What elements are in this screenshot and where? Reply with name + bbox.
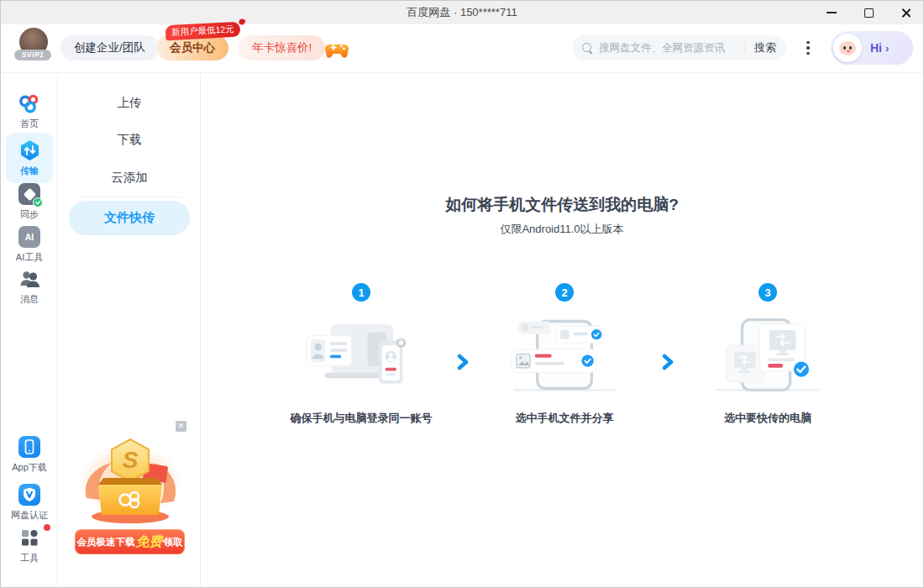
close-button[interactable] (896, 3, 915, 22)
sidebar-label: 工具 (20, 552, 39, 564)
search-icon (582, 43, 593, 54)
minimize-button[interactable] (822, 3, 841, 22)
messages-icon (18, 268, 40, 290)
left-sidebar: 首页 传输 同步 (1, 74, 58, 587)
step-1: 1 (265, 283, 458, 426)
main-content: 如何将手机文件传送到我的电脑? 仅限Android11.0以上版本 1 (201, 74, 923, 587)
transfer-nav: 上传 下载 云添加 文件快传 ✕ S (58, 74, 201, 587)
step-number-badge: 2 (555, 283, 574, 302)
select-computer-illustration (701, 313, 835, 397)
step-3: 3 选中要快传的电脑 (671, 283, 864, 426)
nav-divider (76, 197, 181, 197)
sync-icon (18, 183, 40, 205)
transfer-icon (18, 139, 40, 161)
gift-box-illustration: S (75, 429, 186, 528)
nav-item-upload[interactable]: 上传 (58, 95, 201, 111)
promo-claim-button[interactable]: 会员极速下载免费领取 (75, 529, 185, 554)
maximize-icon (864, 8, 874, 18)
sidebar-label: 网盘认证 (11, 509, 48, 522)
promo-text-before: 会员极速下载 (77, 536, 135, 549)
svip-badge: SVIP1 (14, 50, 51, 60)
search-divider (745, 42, 746, 54)
sidebar-item-messages[interactable]: 消息 (1, 268, 58, 306)
tools-grid-icon (18, 527, 40, 549)
search-box[interactable]: 搜索 (572, 35, 786, 60)
nav-item-quick-transfer[interactable]: 文件快传 (69, 201, 190, 235)
step-number-badge: 3 (759, 283, 777, 302)
step-2: 2 选中手机文件并分享 (468, 283, 661, 426)
chevron-right-icon: › (885, 42, 889, 55)
new-user-price-badge: 新用户最低12元 (165, 22, 241, 41)
promo-close-button[interactable]: ✕ (176, 421, 186, 432)
laptop-phone-illustration (294, 313, 428, 397)
sidebar-item-home[interactable]: 首页 (1, 92, 58, 130)
sidebar-item-sync[interactable]: 同步 (1, 183, 58, 221)
sidebar-label: App下载 (12, 461, 47, 474)
sidebar-item-ai-tools[interactable]: AI AI工具 (1, 226, 58, 264)
maximize-button[interactable] (859, 3, 878, 22)
window-title: 百度网盘 · 150*****711 (1, 1, 923, 24)
arrow-right-icon (455, 354, 470, 370)
assistant-label: Hi (870, 41, 882, 55)
toolbar: SVIP1 创建企业/团队 新用户最低12元 会员中心 年卡惊喜价! 搜索 (1, 24, 923, 73)
page-title: 如何将手机文件传送到我的电脑? (201, 194, 923, 216)
more-menu-button[interactable] (798, 35, 818, 60)
close-icon (900, 8, 911, 18)
assistant-mascot-icon (833, 34, 862, 62)
sidebar-item-app-download[interactable]: App下载 (1, 436, 58, 474)
step-caption: 选中要快传的电脑 (724, 411, 811, 426)
netdisk-logo-icon (18, 92, 40, 114)
game-icon[interactable] (325, 39, 349, 60)
sidebar-item-tools[interactable]: 工具 (1, 527, 58, 564)
page-subtitle: 仅限Android11.0以上版本 (201, 222, 923, 237)
phone-files-illustration (497, 313, 632, 397)
nav-item-download[interactable]: 下载 (58, 132, 201, 148)
year-card-button[interactable]: 年卡惊喜价! (239, 35, 325, 60)
ai-tools-icon: AI (18, 226, 40, 248)
sidebar-item-certification[interactable]: 网盘认证 (1, 484, 58, 522)
create-team-button[interactable]: 创建企业/团队 (60, 35, 159, 60)
sidebar-label: 同步 (20, 208, 39, 221)
sidebar-label: 消息 (20, 293, 39, 306)
step-caption: 确保手机与电脑登录同一账号 (291, 411, 433, 426)
promo-banner: ✕ S (75, 429, 186, 557)
window-controls (822, 1, 915, 24)
sidebar-label: 传输 (20, 165, 39, 177)
search-input[interactable] (599, 42, 737, 54)
sidebar-label: AI工具 (16, 251, 43, 264)
promo-highlight: 免费 (136, 533, 163, 551)
check-badge-icon (33, 197, 43, 207)
certification-icon (18, 484, 40, 506)
sidebar-label: 首页 (20, 118, 39, 130)
search-button[interactable]: 搜索 (754, 40, 776, 55)
step-number-badge: 1 (352, 283, 370, 302)
svg-text:S: S (123, 447, 139, 473)
minimize-icon (827, 12, 837, 13)
app-window: 百度网盘 · 150*****711 SVIP1 创建企业/团队 新用户最低12… (0, 0, 924, 588)
arrow-right-icon (660, 354, 675, 370)
assistant-pill[interactable]: Hi › (831, 31, 913, 65)
promo-text-after: 领取 (164, 536, 183, 549)
notification-dot (44, 524, 50, 531)
app-download-icon (18, 436, 40, 458)
step-caption: 选中手机文件并分享 (516, 411, 614, 426)
sidebar-item-transfer[interactable]: 传输 (6, 133, 53, 183)
titlebar: 百度网盘 · 150*****711 (1, 1, 923, 24)
nav-item-cloud-add[interactable]: 云添加 (58, 170, 201, 186)
